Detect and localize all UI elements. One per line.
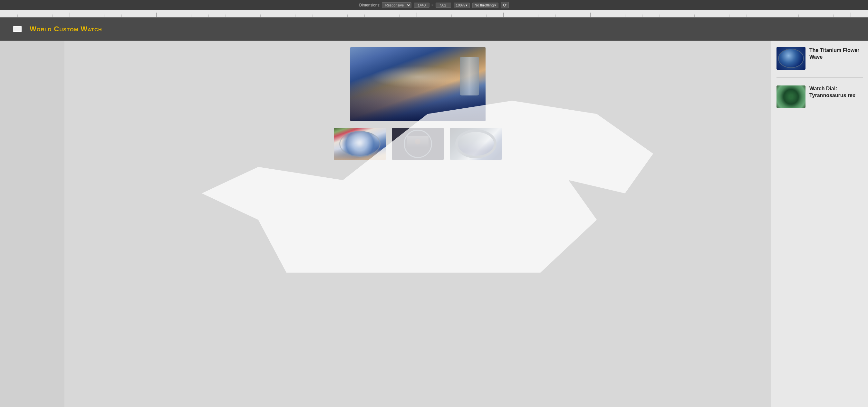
tick (712, 14, 729, 17)
tick (260, 14, 278, 17)
tick (729, 14, 747, 17)
sidebar-thumbnail-1 (776, 47, 805, 70)
size-separator: × (431, 3, 434, 7)
tick (18, 14, 35, 17)
tick (209, 14, 226, 17)
tick (590, 12, 608, 17)
dial-circle (339, 131, 380, 157)
sidebar-thumbnail-2 (776, 85, 805, 108)
throttling-section: No throttling ▾ (472, 3, 498, 8)
tick (452, 14, 469, 17)
main-layout: The Titanium Flower Wave Watch Dial: Ty (0, 41, 868, 407)
tick (642, 14, 659, 17)
tick (121, 14, 139, 17)
tick (486, 14, 504, 17)
sidebar-item-text-1: The Titanium Flower Wave (809, 47, 863, 61)
tick (747, 14, 764, 17)
tick (573, 14, 590, 17)
tick (503, 12, 521, 17)
tick (816, 14, 833, 17)
right-sidebar: The Titanium Flower Wave Watch Dial: Ty (771, 41, 868, 407)
rotate-icon: ⟳ (503, 3, 507, 8)
tick (469, 14, 486, 17)
dimensions-section: Dimensions: Responsive (359, 2, 411, 8)
tick (330, 12, 347, 17)
tick (52, 14, 70, 17)
sidebar-item-2[interactable]: Watch Dial: Tyrannosaurus rex (776, 85, 863, 108)
height-input[interactable] (436, 3, 451, 8)
tick (659, 14, 677, 17)
tick (70, 12, 87, 17)
hamburger-line-2 (13, 29, 21, 29)
tick (608, 14, 625, 17)
blue-dial-art (778, 49, 804, 68)
dimensions-label: Dimensions: (359, 3, 380, 7)
site-wrapper: World Custom Watch (0, 18, 868, 407)
tick (35, 14, 52, 17)
tick (225, 14, 243, 17)
tick (104, 14, 121, 17)
tick (243, 12, 260, 17)
tick (191, 14, 209, 17)
sidebar-thumb-image-2 (776, 85, 805, 108)
green-dial-art (776, 85, 805, 108)
tick (555, 14, 573, 17)
left-sidebar (0, 41, 64, 407)
tick (625, 14, 643, 17)
tick (347, 14, 365, 17)
site-header: World Custom Watch (0, 18, 868, 41)
zoom-section: 100% ▾ (454, 3, 470, 8)
throttling-dropdown[interactable]: No throttling ▾ (472, 3, 498, 8)
tick (538, 14, 555, 17)
tick (278, 14, 295, 17)
tick (382, 14, 399, 17)
tick (833, 14, 850, 17)
hamburger-button[interactable] (13, 26, 22, 32)
tick (434, 14, 452, 17)
tick (416, 12, 434, 17)
tick (139, 14, 156, 17)
zoom-dropdown[interactable]: 100% ▾ (454, 3, 470, 8)
sidebar-item-title-1: The Titanium Flower Wave (809, 48, 859, 60)
sidebar-item-title-2: Watch Dial: Tyrannosaurus rex (809, 86, 856, 98)
rotate-section: ⟳ (501, 2, 509, 8)
hamburger-line-1 (13, 26, 21, 27)
sidebar-thumb-image-1 (776, 47, 805, 70)
tick (694, 14, 712, 17)
throttling-arrow-icon: ▾ (494, 3, 496, 7)
tick (174, 14, 191, 17)
tick (295, 14, 313, 17)
tick (781, 14, 798, 17)
tick (850, 12, 868, 17)
tick (677, 12, 694, 17)
tick (399, 14, 416, 17)
site-logo[interactable]: World Custom Watch (30, 25, 102, 33)
sidebar-item-text-2: Watch Dial: Tyrannosaurus rex (809, 85, 863, 99)
dev-toolbar: Dimensions: Responsive × 100% ▾ No throt… (0, 0, 868, 10)
tick (521, 14, 538, 17)
size-section: × (414, 3, 451, 8)
tick (364, 14, 382, 17)
ruler-ticks (0, 10, 868, 17)
rotate-button[interactable]: ⟳ (501, 2, 509, 8)
sidebar-item-1[interactable]: The Titanium Flower Wave (776, 47, 863, 70)
dimensions-dropdown[interactable]: Responsive (382, 2, 411, 8)
tick (156, 12, 174, 17)
tick (87, 14, 104, 17)
tick (798, 14, 816, 17)
wave-highlight (371, 66, 465, 88)
zoom-arrow-icon: ▾ (466, 3, 467, 7)
hamburger-line-3 (13, 31, 21, 32)
ruler (0, 10, 868, 18)
tick (313, 14, 330, 17)
tick (0, 14, 18, 17)
width-input[interactable] (414, 3, 430, 8)
tick (764, 12, 781, 17)
